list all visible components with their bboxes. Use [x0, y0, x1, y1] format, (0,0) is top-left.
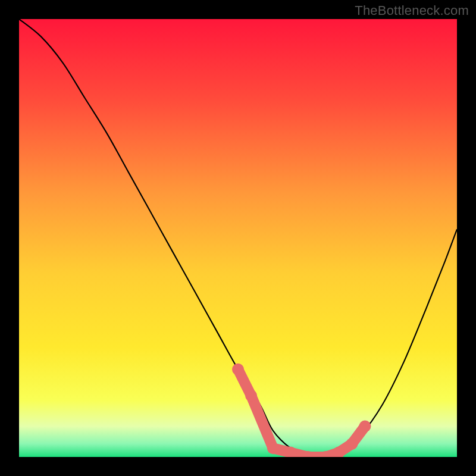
gradient-bg: [19, 19, 457, 457]
chart-svg: [19, 19, 457, 457]
chart-canvas: TheBottleneck.com: [0, 0, 476, 476]
svg-point-7: [346, 438, 358, 450]
svg-point-8: [359, 421, 371, 433]
plot-area: [19, 19, 457, 457]
svg-point-2: [267, 442, 279, 454]
svg-point-0: [232, 364, 244, 375]
watermark-text: TheBottleneck.com: [355, 3, 469, 18]
svg-point-1: [245, 390, 257, 402]
